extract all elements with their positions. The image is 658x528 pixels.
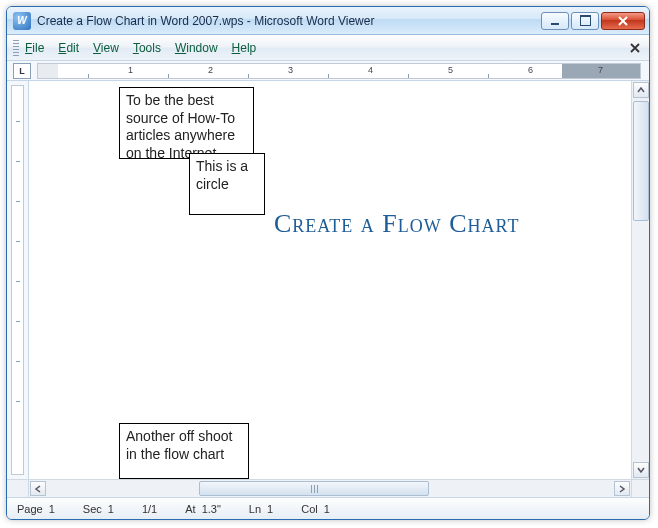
chevron-down-icon [637, 466, 645, 474]
document-page: To be the best source of How-To articles… [29, 81, 639, 479]
ruler-number: 7 [598, 65, 603, 75]
close-icon [630, 43, 640, 53]
document-heading: Create a Flow Chart [274, 209, 520, 239]
menu-edit[interactable]: Edit [58, 41, 79, 55]
scroll-left-button[interactable] [30, 481, 46, 496]
scroll-corner [631, 480, 649, 497]
app-window: W Create a Flow Chart in Word 2007.wps -… [6, 6, 650, 520]
ruler-ticks: 1 2 3 4 5 6 7 [38, 64, 640, 78]
flowchart-shape[interactable]: To be the best source of How-To articles… [119, 87, 254, 159]
status-page: Page1 [17, 503, 55, 515]
status-section: Sec1 [83, 503, 114, 515]
scroll-right-button[interactable] [614, 481, 630, 496]
menu-window[interactable]: Window [175, 41, 218, 55]
ruler-number: 4 [368, 65, 373, 75]
chevron-left-icon [34, 485, 42, 493]
close-icon [618, 16, 628, 26]
scroll-thumb-vertical[interactable] [633, 101, 649, 221]
ruler-number: 3 [288, 65, 293, 75]
chevron-up-icon [637, 86, 645, 94]
hscroll-pad [7, 480, 29, 497]
menu-file[interactable]: File [25, 41, 44, 55]
window-buttons [539, 12, 645, 30]
horizontal-ruler-row: L 1 2 3 4 5 6 7 [7, 61, 649, 81]
statusbar: Page1 Sec1 1/1 At1.3" Ln1 Col1 [7, 497, 649, 519]
ruler-number: 2 [208, 65, 213, 75]
flowchart-shape[interactable]: This is a circle [189, 153, 265, 215]
chevron-right-icon [618, 485, 626, 493]
app-icon[interactable]: W [13, 12, 31, 30]
ruler-number: 6 [528, 65, 533, 75]
horizontal-ruler[interactable]: 1 2 3 4 5 6 7 [37, 63, 641, 79]
ruler-number: 5 [448, 65, 453, 75]
menu-view[interactable]: View [93, 41, 119, 55]
status-pages: 1/1 [142, 503, 157, 515]
window-title: Create a Flow Chart in Word 2007.wps - M… [37, 14, 539, 28]
hscroll-track[interactable] [199, 481, 611, 496]
menu-tools[interactable]: Tools [133, 41, 161, 55]
toolbar-grip-icon[interactable] [13, 40, 19, 56]
status-line: Ln1 [249, 503, 273, 515]
close-document-button[interactable] [627, 40, 643, 56]
menu-help[interactable]: Help [232, 41, 257, 55]
tab-selector[interactable]: L [13, 63, 31, 79]
flowchart-shape[interactable]: Another off shoot in the flow chart [119, 423, 249, 479]
vertical-ruler[interactable] [7, 81, 29, 479]
maximize-button[interactable] [571, 12, 599, 30]
vertical-scrollbar[interactable] [631, 81, 649, 479]
status-at: At1.3" [185, 503, 221, 515]
client-area: To be the best source of How-To articles… [7, 81, 649, 479]
minimize-button[interactable] [541, 12, 569, 30]
document-viewport[interactable]: To be the best source of How-To articles… [29, 81, 631, 479]
close-window-button[interactable] [601, 12, 645, 30]
status-column: Col1 [301, 503, 330, 515]
scroll-down-button[interactable] [633, 462, 649, 478]
horizontal-scroll-row [7, 479, 649, 497]
menu: File Edit View Tools Window Help [25, 41, 627, 55]
scroll-up-button[interactable] [633, 82, 649, 98]
horizontal-scrollbar[interactable] [29, 480, 631, 497]
titlebar[interactable]: W Create a Flow Chart in Word 2007.wps -… [7, 7, 649, 35]
scroll-thumb-horizontal[interactable] [199, 481, 429, 496]
ruler-number: 1 [128, 65, 133, 75]
menubar: File Edit View Tools Window Help [7, 35, 649, 61]
